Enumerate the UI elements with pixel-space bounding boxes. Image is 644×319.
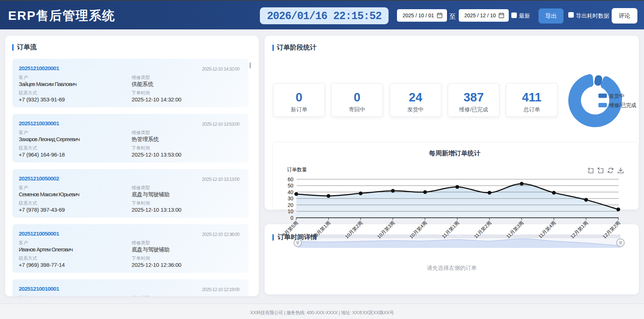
svg-text:0: 0 [290, 215, 293, 221]
svg-text:发货中: 发货中 [609, 93, 625, 99]
svg-text:30: 30 [287, 196, 293, 201]
svg-text:订单数量: 订单数量 [287, 167, 307, 172]
svg-text:10: 10 [287, 208, 293, 214]
svg-text:20: 20 [287, 202, 293, 208]
svg-text:每周新增订单统计: 每周新增订单统计 [429, 150, 481, 157]
svg-text:60: 60 [287, 176, 293, 182]
svg-text:维修/已完成: 维修/已完成 [609, 102, 636, 108]
svg-text:40: 40 [287, 189, 293, 195]
svg-text:50: 50 [287, 183, 293, 189]
